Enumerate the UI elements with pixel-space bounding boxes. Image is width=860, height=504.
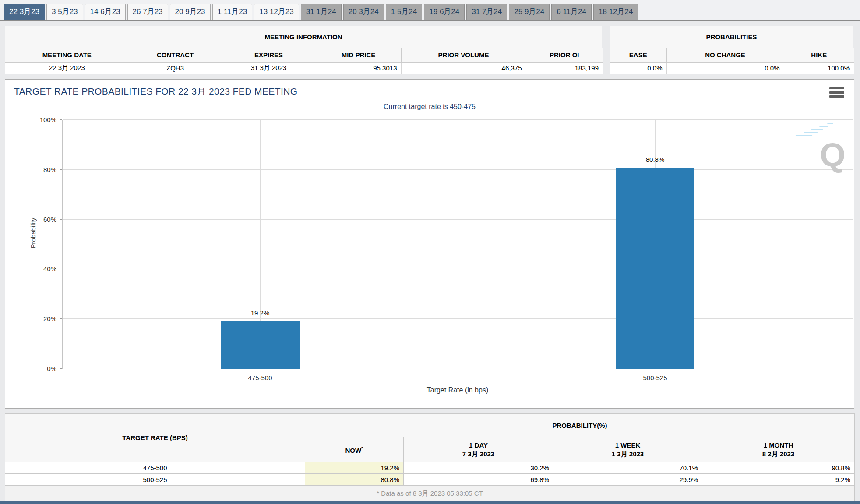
one-day-header: 1 DAY 7 3月 2023 [404, 438, 553, 462]
one-week-probability-cell: 29.9% [553, 474, 702, 486]
expires-header: EXPIRES [222, 48, 316, 62]
one-month-probability-cell: 90.8% [702, 462, 855, 474]
one-week-probability-cell: 70.1% [553, 462, 702, 474]
meeting-date-tab[interactable]: 1 5月24 [386, 4, 423, 20]
chart-subtitle: Current target rate is 450-475 [5, 103, 854, 111]
no-change-value: 0.0% [666, 62, 784, 74]
now-probability-cell: 19.2% [305, 462, 404, 474]
bar-475-500[interactable] [221, 321, 300, 369]
contract-value: ZQH3 [129, 62, 222, 74]
no-change-header: NO CHANGE [666, 48, 784, 62]
one-week-header: 1 WEEK 1 3月 2023 [553, 438, 702, 462]
y-axis-title: Probability [29, 217, 37, 248]
bottom-border-bar [0, 501, 860, 504]
prior-oi-value: 183,199 [526, 62, 603, 74]
ease-value: 0.0% [610, 62, 666, 74]
y-axis-tick-mark [60, 219, 62, 220]
y-axis-tick-mark [60, 119, 62, 120]
quikstrike-watermark: Q [793, 122, 850, 170]
y-axis-tick: 80% [31, 166, 56, 173]
x-axis-tick: 475-500 [221, 374, 300, 382]
y-axis-tick: 0% [31, 365, 56, 372]
meeting-date-header: MEETING DATE [5, 48, 129, 62]
gridline [63, 269, 853, 269]
meeting-date-tabs: 22 3月23 3 5月23 14 6月23 26 7月23 20 9月23 1… [0, 0, 860, 21]
chart-title: TARGET RATE PROBABILITIES FOR 22 3月 2023… [14, 85, 297, 98]
x-axis-tick: 500-525 [616, 374, 694, 382]
target-rate-chart-panel: TARGET RATE PROBABILITIES FOR 22 3月 2023… [5, 79, 854, 409]
x-axis-title: Target Rate (in bps) [63, 386, 853, 394]
contract-header: CONTRACT [129, 48, 222, 62]
one-month-probability-cell: 9.2% [702, 474, 855, 486]
meeting-date-tab[interactable]: 20 9月23 [170, 4, 211, 20]
prior-volume-value: 46,375 [401, 62, 526, 74]
probability-table: TARGET RATE (BPS) PROBABILITY(%) NOW* 1 … [5, 413, 855, 502]
gridline [63, 318, 853, 319]
hamburger-icon [829, 95, 844, 98]
target-rate-bps-header: TARGET RATE (BPS) [5, 414, 305, 462]
y-axis-tick: 40% [31, 265, 56, 273]
chart-plot-area: 0% 20% 40% 60% 80% 100% 19.2% 80.8% 475-… [62, 120, 853, 369]
meeting-date-tab[interactable]: 19 6月24 [424, 4, 465, 20]
y-axis-tick: 20% [31, 315, 56, 322]
hike-header: HIKE [784, 48, 854, 62]
y-axis-tick: 100% [31, 116, 56, 123]
y-axis-tick-mark [60, 318, 62, 319]
meeting-information-panel: MEETING INFORMATION MEETING DATE CONTRAC… [5, 26, 602, 74]
bar-value-label: 80.8% [616, 156, 694, 163]
gridline [63, 219, 853, 220]
gridline [63, 169, 853, 170]
bar-500-525[interactable] [616, 168, 694, 369]
meeting-date-tab[interactable]: 25 9月24 [509, 4, 550, 20]
meeting-date-tab[interactable]: 13 12月23 [254, 4, 299, 20]
target-rate-cell: 475-500 [5, 462, 305, 474]
expires-value: 31 3月 2023 [222, 62, 316, 74]
meeting-date-tab[interactable]: 31 7月24 [466, 4, 507, 20]
one-day-probability-cell: 30.2% [404, 462, 553, 474]
meeting-date-tab[interactable]: 3 5月23 [46, 4, 83, 20]
meeting-date-tab[interactable]: 22 3月23 [4, 4, 45, 20]
y-axis-tick-mark [60, 368, 62, 369]
one-day-probability-cell: 69.8% [404, 474, 553, 486]
meeting-date-tab[interactable]: 1 11月23 [212, 4, 253, 20]
now-header: NOW* [305, 438, 404, 462]
quikstrike-q-logo: Q [820, 138, 846, 172]
meeting-information-title: MEETING INFORMATION [5, 26, 602, 48]
mid-price-value: 95.3013 [316, 62, 401, 74]
meeting-date-tab[interactable]: 31 1月24 [301, 4, 342, 20]
meeting-date-tab[interactable]: 26 7月23 [127, 4, 168, 20]
hike-value: 100.0% [784, 62, 854, 74]
hamburger-icon [829, 87, 844, 89]
meeting-date-value: 22 3月 2023 [5, 62, 129, 74]
probabilities-panel: PROBABILITIES EASE NO CHANGE HIKE 0.0% 0… [610, 26, 853, 74]
meeting-date-tab[interactable]: 6 11月24 [551, 4, 592, 20]
prior-volume-header: PRIOR VOLUME [401, 48, 526, 62]
chart-context-menu-button[interactable] [829, 87, 844, 98]
now-probability-cell: 80.8% [305, 474, 404, 486]
table-row: 475-500 19.2% 30.2% 70.1% 90.8% [5, 462, 855, 474]
meeting-date-tab[interactable]: 18 12月24 [593, 4, 638, 20]
target-rate-cell: 500-525 [5, 474, 305, 486]
hamburger-icon [829, 91, 844, 94]
one-month-header: 1 MONTH 8 2月 2023 [702, 438, 855, 462]
bar-value-label: 19.2% [221, 309, 300, 317]
fedwatch-tool: 22 3月23 3 5月23 14 6月23 26 7月23 20 9月23 1… [0, 0, 860, 504]
probability-group-header: PROBABILITY(%) [305, 414, 855, 438]
meeting-date-tab[interactable]: 20 3月24 [343, 4, 384, 20]
y-axis-tick-mark [60, 269, 62, 269]
meeting-date-tab[interactable]: 14 6月23 [85, 4, 126, 20]
gridline [63, 119, 853, 120]
data-as-of-footnote: * Data as of 8 3月 2023 05:33:05 CT [5, 486, 855, 502]
y-axis-tick-mark [60, 169, 62, 170]
table-row: 500-525 80.8% 69.8% 29.9% 9.2% [5, 474, 855, 486]
ease-header: EASE [610, 48, 666, 62]
mid-price-header: MID PRICE [316, 48, 401, 62]
probabilities-title: PROBABILITIES [610, 26, 853, 48]
prior-oi-header: PRIOR OI [526, 48, 603, 62]
